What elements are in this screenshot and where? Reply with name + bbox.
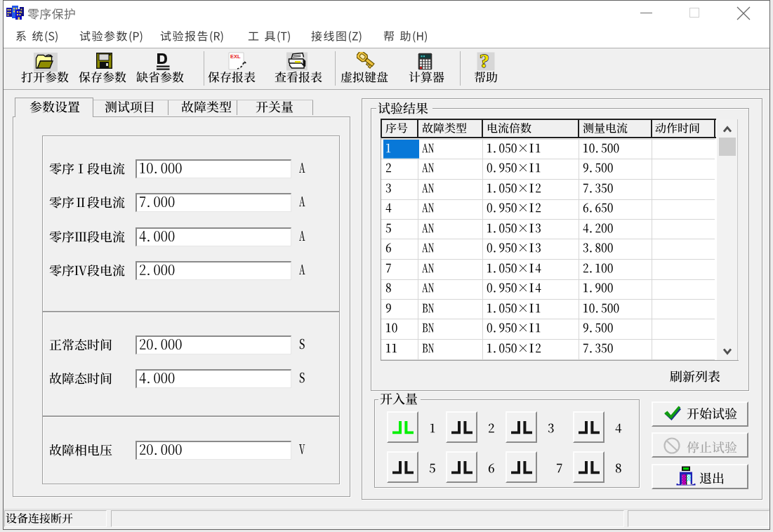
svg-text:EXL: EXL	[230, 53, 241, 60]
svg-text:?: ?	[480, 52, 489, 71]
